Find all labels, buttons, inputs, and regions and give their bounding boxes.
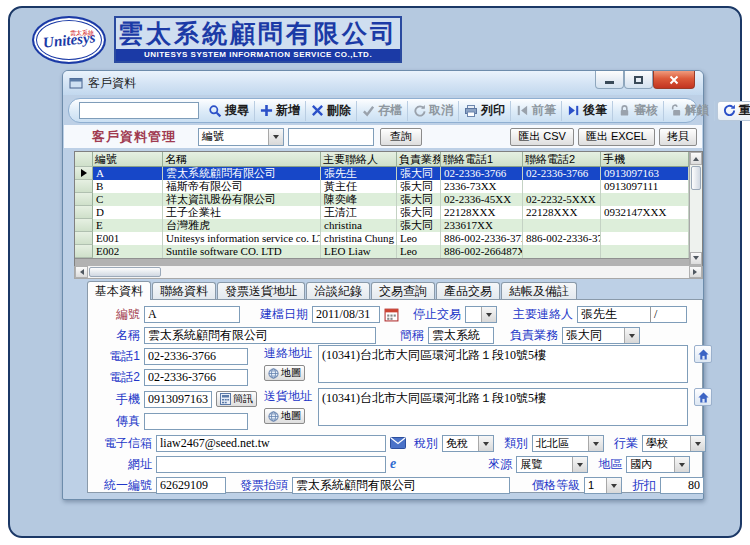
scroll-left-button[interactable] [75,266,88,278]
export-csv-button[interactable]: 匯出 CSV [510,128,574,146]
name-field[interactable] [144,327,376,344]
category-select[interactable]: 北北區 [532,435,604,452]
scroll-up-button[interactable] [690,152,702,165]
contact-address-map-button[interactable]: 地圖 [264,365,305,381]
print-button[interactable]: 列印 [459,101,511,121]
primary-contact-field[interactable]: 張先生 / [577,306,687,323]
invoice-title-field[interactable] [292,477,510,494]
add-button[interactable]: 新增 [255,101,306,121]
created-date-field[interactable] [312,306,380,323]
previous-record-button[interactable]: 前筆 [511,101,562,121]
short-name-field[interactable] [428,327,494,344]
source-select[interactable]: 展覽 [516,456,588,473]
column-header[interactable]: 聯絡電話2 [523,152,601,167]
query-button[interactable]: 查詢 [380,128,422,146]
website-field[interactable] [156,456,386,473]
vertical-scrollbar[interactable] [689,152,702,265]
previous-icon [516,104,529,117]
column-header[interactable]: 名稱 [163,152,321,167]
scroll-down-button[interactable] [690,252,702,265]
search-button[interactable]: 搜尋 [203,101,255,121]
contact-address-home-button[interactable] [694,345,712,363]
email-field[interactable] [156,435,386,452]
chevron-down-icon[interactable] [481,307,496,322]
sales-rep-select[interactable]: 張大同 [562,327,640,344]
tab-product-transactions[interactable]: 產品交易 [436,282,500,300]
price-level-select[interactable]: 1 [584,477,622,494]
undo-icon [413,104,426,117]
table-row[interactable]: C 祥太資訊股份有限公司 陳奕峰 張大同 02-2336-45XX 02-223… [75,193,702,206]
fax-field[interactable] [144,413,248,430]
tab-basic-info[interactable]: 基本資料 [87,281,151,300]
vertical-scroll-thumb[interactable] [691,166,701,190]
tab-contact-info[interactable]: 聯絡資料 [152,282,216,300]
column-header[interactable]: 手機 [601,152,689,167]
lock-icon [618,104,631,117]
fax-label: 傳真 [94,413,140,430]
tab-transaction-query[interactable]: 交易查詢 [371,282,435,300]
column-header[interactable]: 主要聯絡人 [321,152,397,167]
region-select[interactable]: 國內 [626,456,690,473]
app-frame: Unitesys 雲太系統 雲太系統顧問有限公司 UNITESYS SYSTEM… [8,6,742,538]
contact-address-field[interactable]: (10341)台北市大同區環河北路１段10號5樓 [318,345,688,383]
column-header[interactable]: 聯絡電話1 [441,152,523,167]
table-row[interactable]: E 台灣雅虎 christina 張大同 233617XX [75,219,702,232]
tax-id-field[interactable] [156,477,226,494]
category-label: 類別 [504,435,528,452]
column-header[interactable]: 負責業務 [397,152,441,167]
chevron-down-icon[interactable] [588,436,603,451]
unlock-button[interactable]: 解鎖 [664,101,715,121]
shipping-address-home-button[interactable] [694,388,712,406]
arrow-right-icon [693,269,700,275]
audit-button[interactable]: 審核 [613,101,664,121]
mobile-field[interactable] [144,391,212,408]
chevron-down-icon[interactable] [572,457,587,472]
chevron-down-icon[interactable] [268,129,283,145]
toolbar-search-input[interactable] [79,102,199,119]
column-header[interactable]: 編號 [93,152,163,167]
maximize-button[interactable] [624,71,653,89]
cancel-button[interactable]: 取消 [408,101,459,121]
chevron-down-icon[interactable] [690,436,705,451]
save-button[interactable]: 存檔 [357,101,408,121]
shipping-address-map-button[interactable]: 地圖 [264,408,305,424]
tax-type-select[interactable]: 免稅 [442,435,494,452]
scroll-right-button[interactable] [689,266,702,278]
house-icon [697,348,710,361]
internet-explorer-icon[interactable]: e [390,457,396,471]
table-row[interactable]: B 福斯帝有限公司 黃主任 張大同 2336-73XX 0913097111 [75,180,702,193]
filter-keyword-input[interactable] [288,128,374,146]
phone2-field[interactable] [144,369,248,386]
chevron-down-icon[interactable] [674,457,689,472]
stop-trade-select[interactable] [465,306,497,323]
table-row[interactable]: A 雲太系統顧問有限公司 張先生 張大同 02-2336-3766 02-233… [75,167,702,180]
discount-field[interactable] [660,477,704,494]
delete-button[interactable]: 刪除 [306,101,357,121]
table-row[interactable]: E002 Suntile software CO. LTD LEO Liaw L… [75,245,702,258]
tab-negotiation-records[interactable]: 洽談紀錄 [306,282,370,300]
sms-button[interactable]: 簡訊 [216,391,257,407]
search-field-select[interactable]: 編號 [198,128,284,146]
horizontal-scrollbar[interactable] [74,266,703,279]
shipping-address-field[interactable]: (10341)台北市大同區環河北路１段10號5樓 [318,388,688,426]
chevron-down-icon[interactable] [624,328,639,343]
reload-button[interactable]: 重讀 [717,101,750,121]
table-row[interactable]: D 王子企業社 王清江 張大同 22128XXX 22128XXX 093214… [75,206,702,219]
horizontal-scroll-thumb[interactable] [89,267,161,277]
copy-button[interactable]: 拷貝 [659,128,697,146]
logo-tag-text: 雲太系統 [70,29,94,38]
chevron-down-icon[interactable] [606,478,621,493]
code-field[interactable] [144,306,240,323]
table-row[interactable]: E001 Unitesys information service co. LT… [75,232,702,245]
envelope-icon[interactable] [390,437,406,449]
chevron-down-icon[interactable] [478,436,493,451]
tab-invoice-shipping-address[interactable]: 發票送貨地址 [217,282,305,300]
next-record-button[interactable]: 後筆 [562,101,613,121]
tab-billing-notes[interactable]: 結帳及備註 [501,282,577,300]
phone1-field[interactable] [144,348,248,365]
export-excel-button[interactable]: 匯出 EXCEL [578,128,655,146]
industry-select[interactable]: 學校 [642,435,706,452]
calendar-icon[interactable] [384,307,399,322]
minimize-button[interactable] [595,71,624,89]
close-button[interactable] [653,71,695,89]
